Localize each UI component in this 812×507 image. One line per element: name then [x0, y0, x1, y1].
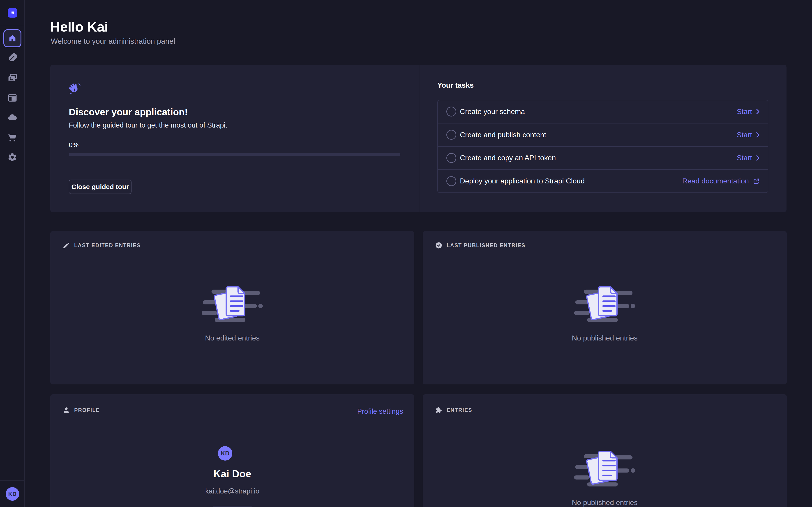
sidebar-item-cloud[interactable]: [7, 112, 17, 122]
widget-title: LAST PUBLISHED ENTRIES: [447, 242, 525, 248]
read-documentation-link[interactable]: Read documentation: [682, 177, 760, 185]
pencil-icon: [62, 241, 70, 249]
task-row[interactable]: Create and publish content Start: [438, 123, 768, 146]
cart-icon: [7, 132, 17, 142]
chevron-right-icon: [756, 132, 760, 138]
person-icon: [62, 406, 70, 414]
sidebar: KD: [0, 0, 25, 507]
task-status-circle[interactable]: [446, 153, 456, 163]
hand-wave-icon: [68, 82, 81, 95]
widget-header: PROFILE: [62, 406, 100, 414]
empty-state: No published entries: [423, 283, 787, 342]
task-start-link[interactable]: Start: [737, 108, 760, 116]
sidebar-item-home[interactable]: [3, 29, 21, 47]
sidebar-divider: [0, 25, 25, 25]
progress-bar: [69, 153, 400, 156]
page-subtitle: Welcome to your administration panel: [51, 37, 175, 46]
documents-illustration: [574, 283, 636, 325]
widget-title: PROFILE: [74, 407, 100, 413]
entries-card: ENTRIES No published entries: [423, 394, 787, 507]
role-badge: [212, 506, 252, 507]
task-label: Create your schema: [460, 108, 525, 116]
guided-tour-description: Follow the guided tour to get the most o…: [69, 121, 227, 129]
empty-state-text: No published entries: [572, 334, 638, 342]
chevron-right-icon: [756, 109, 760, 114]
gear-icon: [7, 152, 17, 162]
guided-tour-card: Discover your application! Follow the gu…: [50, 65, 786, 212]
strapi-admin-dashboard: KD Hello Kai Welcome to your administrat…: [0, 0, 812, 507]
cloud-icon: [7, 112, 17, 122]
sidebar-item-settings[interactable]: [7, 152, 17, 162]
empty-state-text: No edited entries: [205, 334, 260, 342]
task-action-label: Read documentation: [682, 177, 749, 185]
empty-state: No published entries: [423, 448, 787, 507]
feather-icon: [7, 53, 17, 63]
strapi-logo-icon: [9, 10, 15, 16]
progress-percentage: 0%: [69, 141, 79, 149]
images-icon: [7, 73, 17, 83]
task-row[interactable]: Deploy your application to Strapi Cloud …: [438, 169, 768, 192]
task-label: Create and copy an API token: [460, 154, 556, 162]
external-link-icon: [753, 178, 760, 184]
profile-email: kai.doe@strapi.io: [50, 487, 414, 495]
empty-state: No edited entries: [50, 283, 414, 342]
widget-title: ENTRIES: [447, 407, 472, 413]
task-label: Create and publish content: [460, 131, 546, 139]
task-row[interactable]: Create your schema Start: [438, 100, 768, 123]
last-edited-entries-card: LAST EDITED ENTRIES No edited entries: [50, 231, 414, 384]
profile-name: Kai Doe: [50, 468, 414, 480]
widget-header: ENTRIES: [435, 406, 472, 414]
sidebar-item-content-manager[interactable]: [7, 93, 17, 103]
task-status-circle[interactable]: [446, 176, 456, 186]
user-avatar[interactable]: KD: [6, 487, 19, 501]
chevron-right-icon: [756, 155, 760, 161]
task-list: Create your schema Start Create and publ…: [437, 100, 768, 193]
layout-icon: [7, 93, 17, 103]
widget-title: LAST EDITED ENTRIES: [74, 242, 141, 248]
last-published-entries-card: LAST PUBLISHED ENTRIES No published entr…: [423, 231, 787, 384]
puzzle-icon: [435, 406, 443, 414]
task-status-circle[interactable]: [446, 107, 456, 116]
strapi-logo: [8, 8, 17, 17]
close-guided-tour-button[interactable]: Close guided tour: [69, 180, 132, 194]
widget-header: LAST PUBLISHED ENTRIES: [435, 241, 525, 249]
card-vertical-divider: [419, 65, 419, 212]
profile-avatar: KD: [218, 446, 232, 461]
task-start-link[interactable]: Start: [737, 154, 760, 162]
home-icon: [8, 34, 17, 43]
widget-header: LAST EDITED ENTRIES: [62, 241, 141, 249]
sidebar-item-media-library[interactable]: [7, 73, 17, 83]
check-circle-icon: [435, 241, 443, 249]
task-row[interactable]: Create and copy an API token Start: [438, 146, 768, 169]
task-start-link[interactable]: Start: [737, 131, 760, 139]
tasks-title: Your tasks: [437, 81, 474, 90]
task-action-label: Start: [737, 131, 752, 139]
task-action-label: Start: [737, 108, 752, 116]
task-action-label: Start: [737, 154, 752, 162]
task-status-circle[interactable]: [446, 130, 456, 140]
page-title: Hello Kai: [50, 19, 108, 35]
profile-card: PROFILE Profile settings KD Kai Doe kai.…: [50, 394, 414, 507]
empty-state-text: No published entries: [572, 498, 638, 507]
profile-settings-link[interactable]: Profile settings: [357, 407, 403, 415]
documents-illustration: [574, 448, 636, 489]
task-label: Deploy your application to Strapi Cloud: [460, 177, 585, 185]
guided-tour-title: Discover your application!: [69, 107, 188, 118]
sidebar-item-marketplace[interactable]: [7, 132, 17, 142]
sidebar-divider: [0, 481, 25, 481]
documents-illustration: [202, 283, 263, 325]
sidebar-item-content-type-builder[interactable]: [7, 53, 17, 63]
